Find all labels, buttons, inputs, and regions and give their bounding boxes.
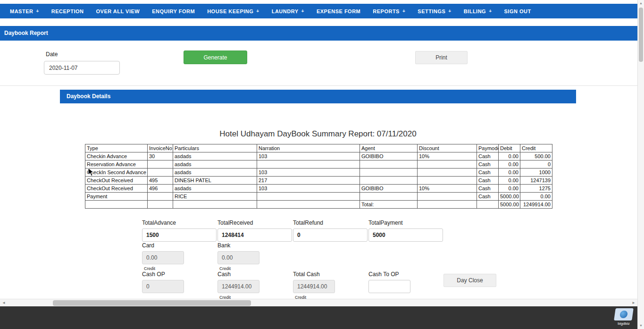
day-close-button[interactable]: Day Close <box>443 274 496 287</box>
total-cash-input <box>293 280 335 293</box>
cash-to-op-input[interactable] <box>368 280 410 293</box>
cash-op-group: Cash OP <box>142 271 184 293</box>
nav-item-label: LAUNDRY <box>272 8 299 14</box>
table-row: CheckIn Second Advanceasdads103Cash0.001… <box>85 169 552 177</box>
date-input[interactable] <box>44 61 120 75</box>
table-cell: Payment <box>85 193 148 201</box>
nav-item-label: HOUSE KEEPING <box>207 8 253 14</box>
table-cell <box>418 193 477 201</box>
plus-icon: + <box>402 8 405 14</box>
table-cell: 0.00 <box>499 160 520 169</box>
table-cell <box>173 201 257 209</box>
table-cell: 1247139 <box>520 177 552 185</box>
nav-item-house-keeping[interactable]: HOUSE KEEPING+ <box>201 4 266 18</box>
column-header: Credit <box>520 144 552 152</box>
vertical-scrollbar[interactable]: ▲ ▼ <box>637 0 644 329</box>
table-cell: 1275 <box>520 185 552 193</box>
card-caption: Credit <box>144 266 184 271</box>
cash-op-input <box>142 280 184 293</box>
nav-item-settings[interactable]: SETTINGS+ <box>411 4 457 18</box>
column-header: InvoiceNo <box>148 144 173 152</box>
column-header: Narration <box>257 144 360 152</box>
scroll-up-icon[interactable]: ▲ <box>638 0 644 7</box>
table-cell: asdads <box>173 185 257 193</box>
nav-item-enquiry-form[interactable]: ENQUIRY FORM <box>146 4 201 18</box>
vertical-scrollbar-thumb[interactable] <box>639 8 643 62</box>
nav-item-expense-form[interactable]: EXPENSE FORM <box>310 4 367 18</box>
column-header: Agent <box>360 144 418 152</box>
table-cell <box>418 169 477 177</box>
bank-group: Bank Credit <box>217 242 259 271</box>
scroll-down-icon[interactable]: ▼ <box>638 322 644 329</box>
table-row: CheckOut Received495DINESH PATEL217Cash0… <box>85 177 552 185</box>
scroll-right-icon[interactable]: ► <box>630 299 637 307</box>
table-cell <box>360 160 418 169</box>
horizontal-scrollbar[interactable]: ◄ ► <box>0 299 637 306</box>
table-cell: 0.00 <box>499 169 520 177</box>
table-cell: RICE <box>173 193 257 201</box>
total-refund-input[interactable] <box>293 228 368 242</box>
scroll-left-icon[interactable]: ◄ <box>0 299 8 307</box>
table-cell: 103 <box>257 185 360 193</box>
table-cell: 10% <box>418 152 477 160</box>
bank-caption: Credit <box>219 266 259 271</box>
horizontal-scrollbar-thumb[interactable] <box>53 300 251 306</box>
table-cell: CheckOut Received <box>85 177 148 185</box>
table-cell: 1000 <box>520 169 552 177</box>
table-cell: Cash <box>477 152 499 160</box>
nav-item-laundry[interactable]: LAUNDRY+ <box>266 4 310 18</box>
table-cell <box>360 177 418 185</box>
nav-item-reports[interactable]: REPORTS+ <box>367 4 411 18</box>
table-cell: 10% <box>418 185 477 193</box>
print-button[interactable]: Print <box>415 51 468 64</box>
daybook-details-panel: Daybook Details Hotel Udhayam DayBook Su… <box>60 90 576 301</box>
table-cell: 495 <box>148 177 173 185</box>
nav-item-billing[interactable]: BILLING+ <box>458 4 498 18</box>
table-cell: Cash <box>477 185 499 193</box>
nav-item-label: ENQUIRY FORM <box>152 8 195 14</box>
table-row: Checkin Advance30asdads103GOIBIBO10%Cash… <box>85 152 552 160</box>
table-row: Total:5000.001249914.00 <box>85 201 552 209</box>
table-cell: 5000.00 <box>499 193 520 201</box>
total-advance-input[interactable] <box>142 228 217 242</box>
mouse-cursor <box>88 168 94 177</box>
table-cell: 5000.00 <box>499 201 520 209</box>
table-cell: Checkin Advance <box>85 152 148 160</box>
table-cell: Cash <box>477 160 499 169</box>
total-received-input[interactable] <box>217 228 292 242</box>
date-label: Date <box>46 51 58 58</box>
cash-label: Cash <box>217 271 259 278</box>
column-header: Paymode <box>477 144 499 152</box>
nav-item-label: SETTINGS <box>418 8 445 14</box>
column-header: Type <box>85 144 148 152</box>
nav-item-reception[interactable]: RECEPTION <box>45 4 90 18</box>
total-advance-label: TotalAdvance <box>142 219 217 226</box>
generate-button[interactable]: Generate <box>184 51 247 64</box>
table-cell: GOIBIBO <box>360 185 418 193</box>
table-cell: Cash <box>477 193 499 201</box>
nav-item-master[interactable]: MASTER+ <box>4 4 45 18</box>
nav-item-over-all-view[interactable]: OVER ALL VIEW <box>90 4 146 18</box>
bigdbiz-logo: bigdbiz <box>613 308 635 326</box>
nav-item-sign-out[interactable]: SIGN OUT <box>498 4 537 18</box>
card-input <box>142 251 184 264</box>
nav-item-label: BILLING <box>464 8 486 14</box>
table-cell: asdads <box>173 169 257 177</box>
panel-title: Daybook Details <box>60 90 576 103</box>
table-cell <box>257 201 360 209</box>
total-payment-input[interactable] <box>368 228 443 242</box>
table-cell: 103 <box>257 152 360 160</box>
table-cell: Total: <box>360 201 418 209</box>
table-cell <box>360 169 418 177</box>
column-header: Discount <box>418 144 477 152</box>
plus-icon: + <box>301 8 304 14</box>
nav-item-label: MASTER <box>10 8 33 14</box>
table-cell <box>418 160 477 169</box>
cash-to-op-group: Cash To OP <box>368 271 410 293</box>
total-cash-label: Total Cash <box>293 271 335 278</box>
section-divider <box>0 85 637 86</box>
nav-item-label: EXPENSE FORM <box>317 8 360 14</box>
bank-input <box>217 251 259 264</box>
total-cash-group: Total Cash Credit <box>293 271 335 300</box>
table-cell <box>360 193 418 201</box>
